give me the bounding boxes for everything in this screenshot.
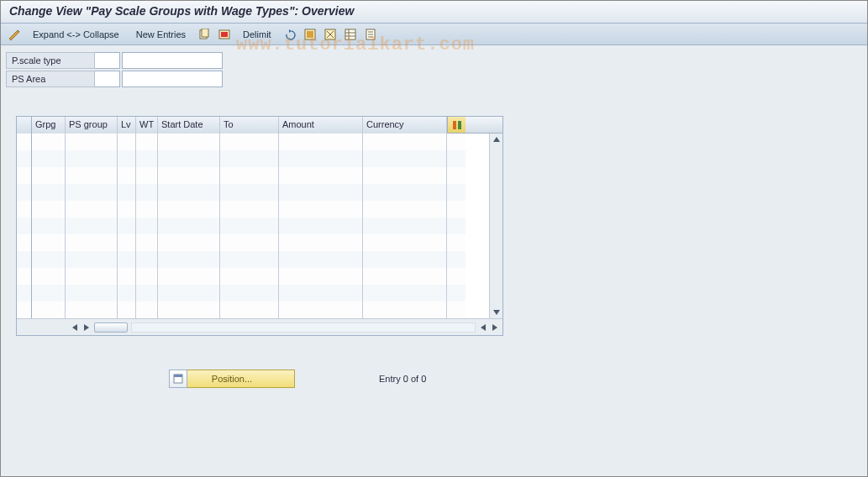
cell-startdate[interactable] — [158, 285, 220, 301]
cell-to[interactable] — [220, 285, 279, 301]
table-row[interactable] — [17, 285, 502, 301]
cell-wt[interactable] — [136, 184, 158, 201]
cell-wt[interactable] — [136, 285, 158, 301]
cell-wt[interactable] — [136, 251, 158, 268]
table-row[interactable] — [17, 234, 502, 251]
cell-amount[interactable] — [279, 218, 363, 234]
cell-lv[interactable] — [118, 301, 136, 318]
column-header-wt[interactable]: WT — [136, 117, 158, 134]
table-config-icon[interactable] — [447, 117, 466, 133]
cell-wt[interactable] — [136, 301, 158, 318]
cell-lv[interactable] — [118, 251, 136, 268]
cell-to[interactable] — [220, 234, 279, 251]
cell-psgroup[interactable] — [66, 201, 118, 218]
table-row[interactable] — [17, 134, 502, 150]
cell-startdate[interactable] — [158, 251, 220, 268]
cell-psgroup[interactable] — [66, 251, 118, 268]
cell-grpg[interactable] — [32, 134, 66, 150]
cell-amount[interactable] — [279, 285, 363, 301]
cell-amount[interactable] — [279, 184, 363, 201]
select-all-icon[interactable] — [302, 27, 318, 42]
cell-amount[interactable] — [279, 150, 363, 167]
cell-lv[interactable] — [118, 184, 136, 201]
table-row[interactable] — [17, 218, 502, 234]
table-settings-icon[interactable] — [342, 27, 359, 42]
cell-amount[interactable] — [279, 268, 363, 285]
row-selector[interactable] — [17, 285, 32, 301]
column-header-startdate[interactable]: Start Date — [158, 117, 220, 134]
table-row[interactable] — [17, 201, 502, 218]
cell-psgroup[interactable] — [66, 285, 118, 301]
hscroll-track[interactable] — [131, 322, 476, 333]
cell-lv[interactable] — [118, 201, 136, 218]
scroll-left-end-icon[interactable] — [477, 322, 489, 333]
cell-psgroup[interactable] — [66, 268, 118, 285]
cell-currency[interactable] — [363, 167, 447, 184]
ps-area-desc-input[interactable] — [122, 71, 223, 87]
cell-to[interactable] — [220, 218, 279, 234]
column-header-psgroup[interactable]: PS group — [66, 117, 118, 134]
cell-grpg[interactable] — [32, 167, 66, 184]
cell-grpg[interactable] — [32, 285, 66, 301]
table-row[interactable] — [17, 301, 502, 318]
vertical-scrollbar[interactable] — [489, 134, 502, 318]
delete-icon[interactable] — [216, 27, 233, 42]
select-all-column[interactable] — [17, 117, 32, 134]
cell-psgroup[interactable] — [66, 234, 118, 251]
copy-icon[interactable] — [196, 27, 213, 42]
row-selector[interactable] — [17, 251, 32, 268]
row-selector[interactable] — [17, 268, 32, 285]
column-header-to[interactable]: To — [220, 117, 279, 134]
deselect-all-icon[interactable] — [322, 27, 339, 42]
cell-currency[interactable] — [363, 218, 447, 234]
cell-startdate[interactable] — [158, 301, 220, 318]
cell-wt[interactable] — [136, 234, 158, 251]
cell-lv[interactable] — [118, 150, 136, 167]
table-row[interactable] — [17, 150, 502, 167]
cell-lv[interactable] — [118, 268, 136, 285]
cell-psgroup[interactable] — [66, 167, 118, 184]
cell-grpg[interactable] — [32, 301, 66, 318]
cell-currency[interactable] — [363, 184, 447, 201]
cell-psgroup[interactable] — [66, 184, 118, 201]
cell-grpg[interactable] — [32, 251, 66, 268]
delimit-button[interactable]: Delimit — [236, 28, 278, 41]
pscale-type-code-input[interactable] — [95, 52, 120, 69]
cell-wt[interactable] — [136, 167, 158, 184]
cell-startdate[interactable] — [158, 134, 220, 150]
cell-amount[interactable] — [279, 201, 363, 218]
column-header-amount[interactable]: Amount — [279, 117, 363, 134]
row-selector[interactable] — [17, 167, 32, 184]
cell-lv[interactable] — [118, 234, 136, 251]
cell-wt[interactable] — [136, 134, 158, 150]
cell-grpg[interactable] — [32, 201, 66, 218]
position-button[interactable]: Position... — [169, 370, 295, 388]
cell-grpg[interactable] — [32, 268, 66, 285]
cell-startdate[interactable] — [158, 150, 220, 167]
scroll-left-icon[interactable] — [69, 322, 81, 333]
column-header-lv[interactable]: Lv — [118, 117, 136, 134]
cell-currency[interactable] — [363, 201, 447, 218]
cell-amount[interactable] — [279, 301, 363, 318]
cell-currency[interactable] — [363, 234, 447, 251]
cell-psgroup[interactable] — [66, 150, 118, 167]
row-selector[interactable] — [17, 234, 32, 251]
horizontal-scrollbar[interactable] — [17, 318, 502, 335]
cell-amount[interactable] — [279, 167, 363, 184]
scroll-up-icon[interactable] — [491, 134, 502, 145]
column-header-currency[interactable]: Currency — [363, 117, 447, 134]
cell-to[interactable] — [220, 167, 279, 184]
cell-grpg[interactable] — [32, 150, 66, 167]
cell-to[interactable] — [220, 134, 279, 150]
cell-lv[interactable] — [118, 218, 136, 234]
cell-psgroup[interactable] — [66, 134, 118, 150]
cell-grpg[interactable] — [32, 234, 66, 251]
toggle-change-icon[interactable] — [6, 27, 23, 42]
undo-icon[interactable] — [281, 27, 298, 42]
cell-amount[interactable] — [279, 134, 363, 150]
print-icon[interactable] — [362, 27, 379, 42]
row-selector[interactable] — [17, 184, 32, 201]
hscroll-thumb[interactable] — [94, 322, 128, 333]
cell-wt[interactable] — [136, 268, 158, 285]
cell-startdate[interactable] — [158, 201, 220, 218]
